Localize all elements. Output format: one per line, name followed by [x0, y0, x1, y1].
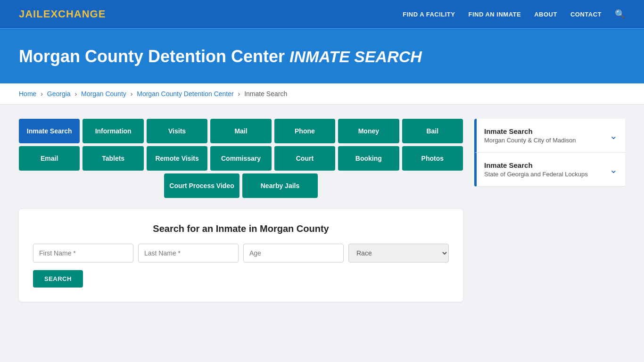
- breadcrumb-sep-4: ›: [238, 90, 240, 98]
- search-box: Search for an Inmate in Morgan County Ra…: [19, 209, 463, 302]
- tab-row-2: Email Tablets Remote Visits Commissary C…: [19, 146, 463, 171]
- breadcrumb-sep-1: ›: [41, 90, 43, 98]
- breadcrumb-current: Inmate Search: [244, 90, 287, 98]
- age-input[interactable]: [243, 244, 344, 263]
- sidebar-card-1-text: Inmate Search Morgan County & City of Ma…: [484, 127, 576, 144]
- tab-commissary[interactable]: Commissary: [210, 146, 271, 171]
- search-heading: Search for an Inmate in Morgan County: [33, 223, 449, 234]
- breadcrumb: Home › Georgia › Morgan County › Morgan …: [0, 83, 644, 105]
- breadcrumb-sep-2: ›: [75, 90, 77, 98]
- tab-court[interactable]: Court: [274, 146, 335, 171]
- tab-tablets[interactable]: Tablets: [83, 146, 143, 171]
- tab-mail[interactable]: Mail: [210, 119, 271, 143]
- brand-logo[interactable]: JAILEXCHANGE: [19, 8, 106, 20]
- tab-money[interactable]: Money: [338, 119, 399, 143]
- sidebar-card-2-subtitle: State of Georgia and Federal Lockups: [484, 171, 588, 178]
- sidebar-card-1-title: Inmate Search: [484, 127, 576, 135]
- tab-bail[interactable]: Bail: [402, 119, 463, 143]
- nav-find-inmate[interactable]: FIND AN INMATE: [468, 11, 521, 18]
- chevron-down-icon-2: ⌄: [610, 164, 618, 175]
- sidebar-card-1-subtitle: Morgan County & City of Madison: [484, 137, 576, 144]
- sidebar-card-1[interactable]: Inmate Search Morgan County & City of Ma…: [474, 119, 625, 153]
- hero-section: Morgan County Detention Center INMATE SE…: [0, 30, 644, 83]
- search-icon[interactable]: 🔍: [615, 9, 625, 19]
- tab-photos[interactable]: Photos: [402, 146, 463, 171]
- page-title: Morgan County Detention Center INMATE SE…: [19, 47, 625, 66]
- tab-row-1: Inmate Search Information Visits Mail Ph…: [19, 119, 463, 143]
- breadcrumb-sep-3: ›: [131, 90, 133, 98]
- tab-visits[interactable]: Visits: [147, 119, 207, 143]
- left-column: Inmate Search Information Visits Mail Ph…: [19, 119, 463, 302]
- nav-find-facility[interactable]: FIND A FACILITY: [403, 11, 455, 18]
- breadcrumb-home[interactable]: Home: [19, 90, 36, 98]
- last-name-input[interactable]: [138, 244, 239, 263]
- sidebar-card-2-title: Inmate Search: [484, 161, 588, 169]
- right-sidebar: Inmate Search Morgan County & City of Ma…: [474, 119, 625, 187]
- first-name-input[interactable]: [33, 244, 133, 263]
- sidebar-card-2[interactable]: Inmate Search State of Georgia and Feder…: [474, 153, 625, 187]
- tab-information[interactable]: Information: [83, 119, 143, 143]
- main-content: Inmate Search Information Visits Mail Ph…: [0, 105, 644, 316]
- brand-name-part1: JAIL: [19, 8, 43, 20]
- tab-inmate-search[interactable]: Inmate Search: [19, 119, 80, 143]
- tab-court-process-video[interactable]: Court Process Video: [164, 173, 239, 198]
- tab-phone[interactable]: Phone: [274, 119, 335, 143]
- tab-email[interactable]: Email: [19, 146, 80, 171]
- race-select[interactable]: Race White Black Hispanic Asian Other: [348, 244, 449, 263]
- brand-highlight: E: [43, 8, 51, 20]
- breadcrumb-morgan-county[interactable]: Morgan County: [81, 90, 126, 98]
- tab-remote-visits[interactable]: Remote Visits: [147, 146, 207, 171]
- brand-name-part2: XCHANGE: [50, 8, 106, 20]
- hero-title-italic: INMATE SEARCH: [289, 48, 422, 66]
- tab-nearby-jails[interactable]: Nearby Jails: [242, 173, 318, 198]
- tab-booking[interactable]: Booking: [338, 146, 399, 171]
- nav-contact[interactable]: CONTACT: [570, 11, 602, 18]
- nav-about[interactable]: ABOUT: [534, 11, 557, 18]
- navbar: JAILEXCHANGE FIND A FACILITY FIND AN INM…: [0, 0, 644, 28]
- tab-row-3: Court Process Video Nearby Jails: [19, 173, 463, 198]
- search-button[interactable]: SEARCH: [33, 270, 83, 288]
- chevron-down-icon-1: ⌄: [610, 130, 618, 141]
- nav-links: FIND A FACILITY FIND AN INMATE ABOUT CON…: [403, 9, 625, 19]
- hero-title-main: Morgan County Detention Center: [19, 47, 285, 66]
- search-fields: Race White Black Hispanic Asian Other: [33, 244, 449, 263]
- sidebar-card-2-text: Inmate Search State of Georgia and Feder…: [484, 161, 588, 178]
- breadcrumb-facility[interactable]: Morgan County Detention Center: [137, 90, 233, 98]
- breadcrumb-georgia[interactable]: Georgia: [47, 90, 71, 98]
